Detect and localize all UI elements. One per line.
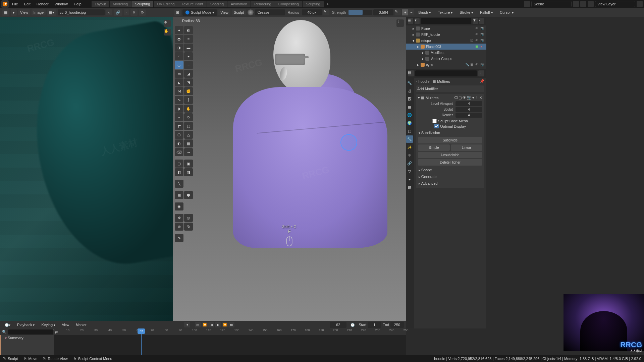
prop-tab-world[interactable]: 🌍	[406, 119, 413, 127]
render-level-value[interactable]: 4	[455, 113, 482, 118]
tool-rotate[interactable]: ↻	[184, 113, 193, 121]
menu-file[interactable]: File	[9, 1, 21, 7]
menu-edit[interactable]: Edit	[21, 1, 33, 7]
prop-tab-output[interactable]: 🖼	[406, 95, 413, 103]
image-menu-view[interactable]: View	[18, 9, 30, 15]
tool-cloth-filter[interactable]: ⬢	[184, 191, 193, 199]
move-tool-icon[interactable]: ✋	[164, 29, 171, 36]
linear-button[interactable]: Linear	[451, 144, 483, 151]
scene-delete-icon[interactable]	[580, 1, 586, 7]
image-new-icon[interactable]: ▫	[124, 9, 129, 15]
dd-brush[interactable]: Brush ▾	[416, 9, 434, 16]
tab-shading[interactable]: Shading	[207, 1, 227, 7]
timeline-marker-menu[interactable]: Marker	[73, 322, 89, 328]
scene-icon[interactable]	[524, 1, 530, 7]
editor-type-3dview-icon[interactable]: ⊞	[174, 9, 181, 16]
prop-tab-data[interactable]: ▽	[406, 168, 413, 175]
tool-pinch[interactable]: ⋈	[175, 87, 183, 95]
outliner-display-mode-icon[interactable]: ▾	[415, 18, 420, 24]
mod-render-icon[interactable]: 📷	[467, 96, 472, 100]
image-users-icon[interactable]: ○	[106, 9, 112, 15]
tab-sculpting[interactable]: Sculpting	[131, 1, 153, 7]
tab-texture-paint[interactable]: Texture Paint	[178, 1, 206, 7]
tab-scripting[interactable]: Scripting	[303, 1, 324, 7]
image-unlink-icon[interactable]: ✕	[130, 9, 138, 16]
prop-tab-constraints[interactable]: 🔗	[406, 160, 413, 167]
timeline-view-menu[interactable]: View	[59, 322, 72, 328]
advanced-subpanel-header[interactable]: ▸ Advanced	[418, 180, 482, 187]
tool-clay[interactable]: ◓	[175, 35, 183, 43]
image-editor-viewport[interactable]: ✥ ✋	[0, 17, 173, 328]
prop-tab-tool[interactable]: 🔧	[406, 79, 413, 86]
tool-inflate[interactable]: ○	[175, 52, 183, 60]
tool-layer[interactable]: ▬	[184, 44, 193, 52]
outliner-filter-icon[interactable]: ▼	[473, 18, 478, 24]
generate-subpanel-header[interactable]: ▸ Generate	[418, 173, 482, 180]
properties-type-icon[interactable]: ▤	[408, 70, 414, 76]
mod-dropdown-icon[interactable]: ▾	[472, 96, 474, 100]
timeline-keying-menu[interactable]: Keying ▾	[39, 322, 58, 328]
tool-draw-face-sets[interactable]: ▦	[184, 139, 193, 147]
mod-editmode-icon[interactable]: ▢	[459, 96, 462, 100]
timeline-track-area[interactable]: 62	[54, 335, 406, 355]
tool-box-hide[interactable]: ▣	[184, 160, 193, 168]
tool-fill[interactable]: ◢	[184, 70, 193, 78]
properties-search-input[interactable]	[415, 70, 477, 76]
mode-select[interactable]: 🔵 Sculpt Mode ▾	[182, 9, 217, 16]
subdivide-button[interactable]: Subdivide	[418, 137, 482, 143]
image-editor-type-icon[interactable]: ▦	[2, 9, 9, 16]
menu-render[interactable]: Render	[34, 1, 51, 7]
tool-blob[interactable]: ●	[184, 52, 193, 60]
tool-grab[interactable]: ✊	[184, 87, 193, 95]
tool-transform-rotate[interactable]: ↻	[184, 223, 193, 231]
dopesheet-search-input[interactable]	[8, 329, 53, 335]
cursor-tool-icon[interactable]: ✥	[164, 20, 171, 27]
mod-monitor-icon[interactable]: 🖵	[454, 96, 458, 100]
play-reverse-icon[interactable]: ◀	[208, 322, 214, 327]
tool-mesh-filter[interactable]: ▦	[175, 191, 183, 199]
tab-layout[interactable]: Layout	[92, 1, 109, 7]
image-fakeuser-icon[interactable]: 🔗	[114, 9, 122, 16]
prop-tab-particles[interactable]: ✨	[406, 143, 413, 151]
shape-subpanel-header[interactable]: ▸ Shape	[418, 167, 482, 173]
viewlayer-new-icon[interactable]	[637, 1, 643, 7]
prop-tab-physics[interactable]: ⚛	[406, 152, 413, 159]
image-filename-input[interactable]	[58, 9, 105, 15]
3d-viewport[interactable]: Radius: 33 ●◐ ◓≡ ◑▬ ○● ◡~ ▭◢ ◣◥ ⋈✊ ∿ʃ ◗✋…	[173, 17, 406, 328]
image-reload-icon[interactable]: ⟳	[139, 9, 146, 16]
prop-tab-texture[interactable]: ▩	[406, 184, 413, 191]
preview-range-icon[interactable]: 🕐	[348, 322, 357, 328]
menu-help[interactable]: Help	[71, 1, 84, 7]
scene-new-icon[interactable]	[573, 1, 579, 7]
jump-next-key-icon[interactable]: ⏩	[222, 322, 228, 327]
tool-multires-displacement-smear[interactable]: ↝	[184, 148, 193, 156]
jump-start-icon[interactable]: ⏮	[195, 322, 201, 327]
tab-uv-editing[interactable]: UV Editing	[154, 1, 178, 7]
tool-multiplane-scrape[interactable]: ◥	[184, 78, 193, 86]
tool-multires-displacement-eraser[interactable]: ⌫	[175, 148, 183, 156]
modifier-name[interactable]: Multires	[426, 96, 439, 100]
tool-mask[interactable]: ◐	[175, 139, 183, 147]
tool-clay-thumb[interactable]: ◑	[175, 44, 183, 52]
sculpt-level-value[interactable]: 4	[455, 107, 482, 112]
tool-color-filter[interactable]: ◉	[175, 202, 183, 210]
tool-slide-relax[interactable]: ⇄	[175, 122, 183, 130]
tool-draw-sharp[interactable]: ◐	[184, 26, 193, 34]
tool-line-project[interactable]: ╲	[175, 180, 183, 188]
playhead[interactable]: 62	[141, 328, 142, 355]
tab-animation[interactable]: Animation	[227, 1, 251, 7]
add-workspace-button[interactable]: +	[324, 1, 331, 7]
autokey-icon[interactable]: ●	[184, 322, 190, 327]
end-frame-value[interactable]: 250	[390, 322, 404, 328]
play-icon[interactable]: ▶	[215, 322, 221, 327]
prop-tab-material[interactable]: ●	[406, 176, 413, 183]
properties-options-icon[interactable]: ⋮	[478, 70, 484, 76]
tool-snake-hook[interactable]: ʃ	[184, 96, 193, 104]
image-mode-icon[interactable]: ▾	[11, 9, 17, 16]
tool-cloth[interactable]: ⬡	[175, 131, 183, 139]
tool-thumb[interactable]: ◗	[175, 105, 183, 113]
jump-prev-key-icon[interactable]: ⏪	[202, 322, 208, 327]
tab-modeling[interactable]: Modeling	[110, 1, 131, 7]
outliner-new-collection-icon[interactable]: ▫	[479, 18, 485, 24]
outliner-tree[interactable]: ▸ Plane👁📷 ▸ REF_hoodie👁📷 ▾ retopo☑👁📷 ▸ P…	[406, 25, 486, 69]
